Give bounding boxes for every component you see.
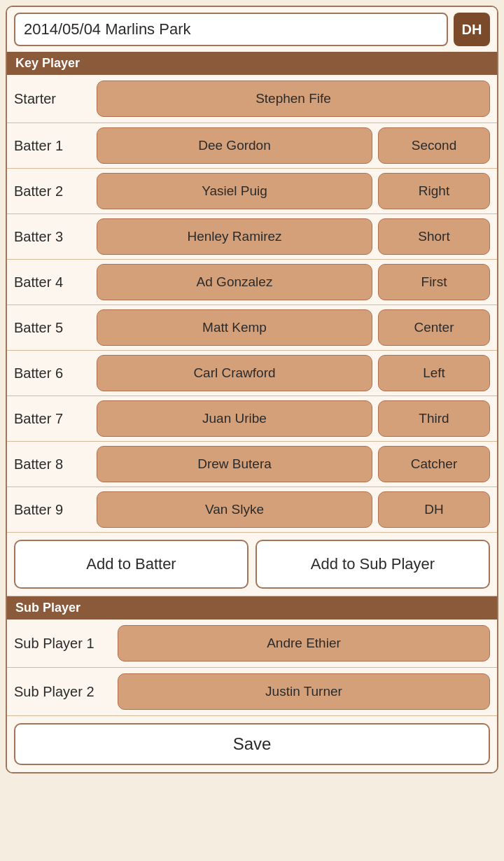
batter-position-button[interactable]: Catcher	[378, 446, 490, 482]
batter-label: Batter 8	[14, 456, 91, 472]
batter-label: Batter 2	[14, 183, 91, 200]
batter-row: Batter 6Carl CrawfordLeft	[7, 351, 497, 396]
batter-player-button[interactable]: Drew Butera	[97, 446, 372, 482]
action-row: Add to Batter Add to Sub Player	[7, 533, 497, 596]
dh-button[interactable]: DH	[454, 13, 490, 46]
batter-label: Batter 4	[14, 274, 91, 290]
starter-label: Starter	[14, 91, 91, 107]
batter-row: Batter 8Drew ButeraCatcher	[7, 442, 497, 487]
batter-label: Batter 6	[14, 365, 91, 382]
app-container: DH Key Player Starter Stephen Fife Batte…	[6, 6, 498, 774]
sub-player-button[interactable]: Justin Turner	[118, 673, 490, 710]
date-input[interactable]	[14, 13, 448, 46]
starter-row: Starter Stephen Fife	[7, 75, 497, 123]
batter-player-button[interactable]: Juan Uribe	[97, 400, 372, 437]
batter-player-button[interactable]: Van Slyke	[97, 491, 372, 528]
batter-label: Batter 1	[14, 138, 91, 154]
batter-label: Batter 9	[14, 502, 91, 518]
key-player-section-header: Key Player	[7, 52, 497, 75]
batter-row: Batter 1Dee GordonSecond	[7, 123, 497, 169]
batter-position-button[interactable]: First	[378, 264, 490, 300]
batter-row: Batter 3Henley RamirezShort	[7, 214, 497, 260]
sub-player-row: Sub Player 1Andre Ethier	[7, 620, 497, 668]
batter-player-button[interactable]: Carl Crawford	[97, 355, 372, 391]
sub-player-label: Sub Player 2	[14, 684, 112, 700]
batter-player-button[interactable]: Dee Gordon	[97, 127, 372, 164]
batter-position-button[interactable]: DH	[378, 491, 490, 528]
starter-player-button[interactable]: Stephen Fife	[97, 80, 490, 117]
batter-row: Batter 4Ad GonzalezFirst	[7, 260, 497, 305]
sub-player-label: Sub Player 1	[14, 636, 112, 652]
batter-row: Batter 5Matt KempCenter	[7, 305, 497, 351]
save-button[interactable]: Save	[14, 723, 490, 765]
batter-player-button[interactable]: Ad Gonzalez	[97, 264, 372, 300]
batter-position-button[interactable]: Left	[378, 355, 490, 391]
header-row: DH	[7, 7, 497, 52]
batter-row: Batter 2Yasiel PuigRight	[7, 169, 497, 214]
batter-row: Batter 9Van SlykeDH	[7, 487, 497, 533]
batter-position-button[interactable]: Short	[378, 218, 490, 255]
batter-position-button[interactable]: Third	[378, 400, 490, 437]
sub-player-button[interactable]: Andre Ethier	[118, 625, 490, 662]
batter-player-button[interactable]: Henley Ramirez	[97, 218, 372, 255]
batter-position-button[interactable]: Right	[378, 173, 490, 209]
add-to-sub-player-button[interactable]: Add to Sub Player	[255, 540, 490, 589]
save-row: Save	[7, 716, 497, 772]
batter-player-button[interactable]: Yasiel Puig	[97, 173, 372, 209]
batter-label: Batter 3	[14, 229, 91, 245]
batter-player-button[interactable]: Matt Kemp	[97, 309, 372, 346]
batter-label: Batter 7	[14, 411, 91, 427]
batter-position-button[interactable]: Second	[378, 127, 490, 164]
batter-label: Batter 5	[14, 320, 91, 336]
batters-container: Batter 1Dee GordonSecondBatter 2Yasiel P…	[7, 123, 497, 533]
batter-row: Batter 7Juan UribeThird	[7, 396, 497, 442]
batter-position-button[interactable]: Center	[378, 309, 490, 346]
sub-players-container: Sub Player 1Andre EthierSub Player 2Just…	[7, 620, 497, 716]
sub-player-section-header: Sub Player	[7, 596, 497, 620]
sub-player-row: Sub Player 2Justin Turner	[7, 668, 497, 716]
add-to-batter-button[interactable]: Add to Batter	[14, 540, 248, 589]
